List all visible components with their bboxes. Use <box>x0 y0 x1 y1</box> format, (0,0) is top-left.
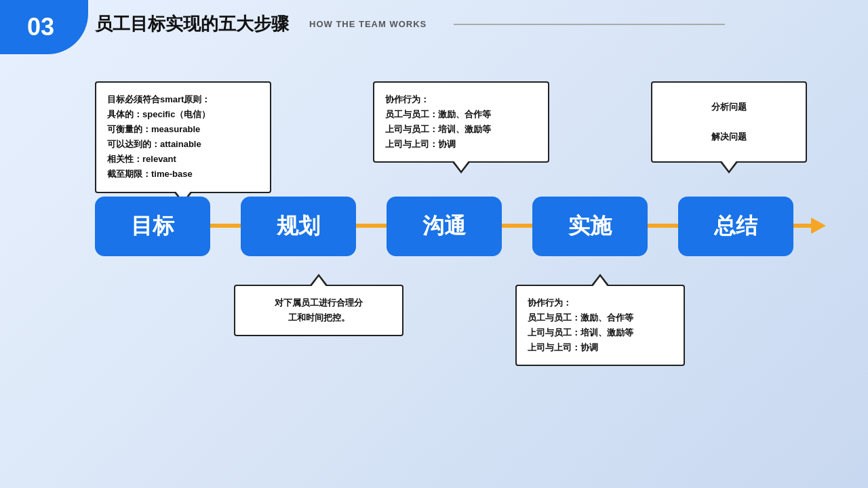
callout-zongjie-text: 分析问题解决问题 <box>711 100 747 144</box>
callout-shishi-text: 协作行为： 员工与员工：激励、合作等 上司与员工：培训、激励等 上司与上司：协调 <box>528 298 633 352</box>
slide-number: 03 <box>27 13 54 41</box>
callout-mubiao: 目标必须符合smart原则： 具体的：specific（电信） 可衡量的：mea… <box>95 81 271 193</box>
callout-guihua: 对下属员工进行合理分工和时间把控。 <box>234 285 403 336</box>
title-cn: 员工目标实现的五大步骤 <box>95 12 289 36</box>
step-guihua: 规划 <box>241 197 356 256</box>
header-line <box>454 24 725 25</box>
callout-zongjie: 分析问题解决问题 <box>651 81 807 163</box>
callout-goutong-text: 协作行为： 员工与员工：激励、合作等 上司与员工：培训、激励等 上司与上司：协调 <box>385 94 491 149</box>
step-shishi: 实施 <box>532 197 648 256</box>
header: 员工目标实现的五大步骤 HOW THE TEAM WORKS <box>95 12 725 36</box>
step-goutong: 沟通 <box>387 197 502 256</box>
callout-mubiao-text: 目标必须符合smart原则： 具体的：specific（电信） 可衡量的：mea… <box>107 94 210 179</box>
step-zongjie: 总结 <box>678 197 793 256</box>
title-en: HOW THE TEAM WORKS <box>309 19 427 29</box>
main-content: 目标必须符合smart原则： 具体的：specific（电信） 可衡量的：mea… <box>54 68 814 461</box>
step-mubiao: 目标 <box>95 197 210 256</box>
slide-number-badge: 03 <box>0 0 88 54</box>
callout-guihua-text: 对下属员工进行合理分工和时间把控。 <box>275 298 363 323</box>
steps-row: 目标 规划 沟通 实施 总结 <box>95 197 793 256</box>
callout-goutong: 协作行为： 员工与员工：激励、合作等 上司与员工：培训、激励等 上司与上司：协调 <box>373 81 549 163</box>
callout-shishi: 协作行为： 员工与员工：激励、合作等 上司与员工：培训、激励等 上司与上司：协调 <box>515 285 685 366</box>
